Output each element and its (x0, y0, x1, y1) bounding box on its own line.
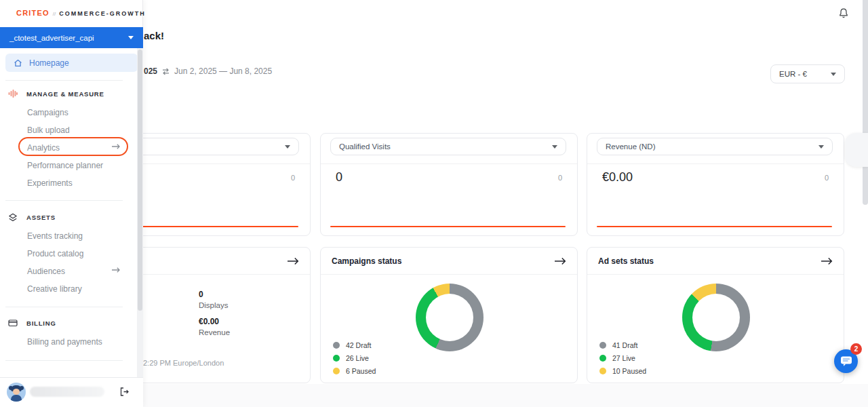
metric-2-axis-value: 0 (558, 174, 562, 182)
metric-card-2: Qualified Visits 0 0 (320, 133, 578, 236)
home-icon (14, 59, 22, 67)
sidebar-item-label: Homepage (29, 58, 69, 68)
sidebar-item-billing-and-payments[interactable]: Billing and payments (27, 337, 102, 347)
divider (587, 163, 844, 164)
chat-unread-badge: 2 (850, 343, 862, 355)
adsets-status-donut-chart (682, 284, 750, 351)
metric-1-axis-value: 0 (291, 174, 295, 182)
sidebar-item-performance-planner[interactable]: Performance planner (27, 161, 103, 170)
legend-dot-draft (599, 342, 606, 349)
advertiser-selector[interactable]: _ctotest_advertiser_capi (0, 27, 143, 48)
chevron-down-icon (552, 145, 557, 149)
dashboard-page: ack! 025 Jun 2, 2025 — Jun 8, 2025 EUR -… (0, 0, 868, 407)
credit-card-icon (8, 319, 18, 327)
currency-selector-value: EUR - € (779, 70, 807, 78)
sidebar-item-homepage[interactable]: Homepage (5, 54, 138, 72)
snapshot-stat: €0.00 Revenue (199, 317, 230, 336)
adsets-status-title: Ad sets status (598, 256, 654, 266)
layers-icon (8, 213, 18, 222)
section-title: ASSETS (26, 214, 56, 221)
criteo-logo: CRITEO // COMMERCE-GROWTH (16, 9, 146, 17)
snapshot-local-time: 2:29 PM Europe/London (143, 359, 224, 367)
sidebar-item-bulk-upload[interactable]: Bulk upload (27, 125, 70, 135)
section-assets: ASSETS (8, 213, 56, 222)
legend-dot-draft (333, 342, 340, 349)
campaigns-status-title: Campaigns status (332, 256, 401, 266)
section-billing: BILLING (8, 319, 56, 327)
legend-label: 26 Live (346, 354, 369, 362)
metric-selector-3[interactable]: Revenue (ND) (597, 138, 833, 155)
legend-item: 27 Live (599, 354, 646, 362)
sidebar-item-experiments[interactable]: Experiments (27, 178, 73, 188)
section-manage-measure: MANAGE & MEASURE (8, 89, 104, 98)
legend-dot-paused (333, 368, 340, 374)
legend-item: 10 Paused (599, 367, 646, 375)
sidebar-item-analytics[interactable]: Analytics (27, 143, 60, 153)
date-range-compare[interactable]: Jun 2, 2025 — Jun 8, 2025 (174, 66, 272, 76)
adsets-status-legend: 41 Draft 27 Live 10 Paused (599, 341, 646, 375)
avatar-body (11, 395, 22, 402)
section-title: BILLING (26, 319, 56, 327)
sidebar-item-campaigns[interactable]: Campaigns (27, 108, 68, 117)
chevron-down-icon (285, 145, 290, 149)
campaigns-status-header: Campaigns status (321, 248, 577, 275)
legend-label: 6 Paused (346, 367, 376, 375)
collapsed-side-panel-handle[interactable] (845, 133, 868, 167)
chevron-down-icon (831, 73, 836, 76)
adsets-status-header: Ad sets status (587, 248, 844, 275)
metric-selector-2-value: Qualified Visits (339, 142, 391, 151)
metric-2-flatline-chart (330, 226, 566, 227)
legend-item: 26 Live (333, 354, 376, 362)
sidebar-item-audiences[interactable]: Audiences (27, 267, 65, 276)
sidebar-item-product-catalog[interactable]: Product catalog (27, 249, 83, 258)
arrow-right-icon[interactable] (287, 257, 299, 265)
section-title: MANAGE & MEASURE (26, 90, 104, 98)
arrow-right-icon[interactable] (554, 257, 566, 265)
metric-selector-2[interactable]: Qualified Visits (330, 138, 566, 155)
legend-item: 6 Paused (333, 367, 376, 375)
campaigns-status-card: Campaigns status 42 Draft 26 Live 6 Paus… (320, 247, 578, 383)
snapshot-stat-label: Displays (199, 301, 230, 309)
sidebar-scrollbar-thumb[interactable] (138, 50, 142, 311)
metric-3-value: €0.00 (602, 170, 633, 185)
legend-dot-paused (599, 368, 606, 374)
campaigns-status-donut-chart (416, 284, 484, 351)
chevron-down-icon (128, 36, 134, 39)
arrow-right-icon[interactable] (111, 143, 121, 150)
welcome-heading: ack! (144, 30, 164, 41)
metric-3-axis-value: 0 (825, 174, 829, 182)
legend-label: 10 Paused (612, 367, 646, 375)
metric-3-flatline-chart (597, 226, 832, 227)
arrow-right-icon[interactable] (821, 257, 833, 265)
divider (5, 360, 123, 361)
avatar-face (13, 389, 20, 395)
metric-card-3: Revenue (ND) €0.00 0 (587, 133, 844, 236)
swap-arrows-icon (161, 68, 170, 75)
metric-2-value: 0 (336, 170, 342, 185)
user-avatar[interactable] (7, 383, 26, 402)
arrow-right-icon[interactable] (111, 267, 121, 273)
sidebar-item-creative-library[interactable]: Creative library (27, 284, 82, 294)
divider (321, 163, 577, 164)
page-scrollbar-thumb[interactable] (863, 0, 868, 205)
snapshot-stat: 0 Displays (199, 290, 230, 309)
campaigns-status-legend: 42 Draft 26 Live 6 Paused (333, 341, 376, 375)
user-name-redacted (30, 387, 104, 397)
snapshot-stat-value: €0.00 (199, 317, 230, 326)
logout-icon[interactable] (119, 387, 130, 397)
snapshot-stats: 0 Displays €0.00 Revenue (199, 290, 230, 344)
legend-dot-live (333, 355, 340, 362)
date-range-current[interactable]: 025 (144, 66, 157, 76)
pulse-icon (8, 89, 18, 98)
currency-selector[interactable]: EUR - € (770, 64, 845, 83)
divider (5, 200, 123, 201)
notifications-bell-icon[interactable] (838, 7, 849, 19)
advertiser-selector-value: _ctotest_advertiser_capi (9, 34, 94, 42)
legend-item: 42 Draft (333, 341, 376, 349)
legend-item: 41 Draft (599, 341, 646, 349)
divider (5, 80, 123, 81)
snapshot-stat-value: 0 (199, 290, 230, 299)
sidebar-item-events-tracking[interactable]: Events tracking (27, 231, 83, 241)
sidebar: CRITEO // COMMERCE-GROWTH _ctotest_adver… (0, 0, 143, 407)
divider (5, 307, 123, 307)
